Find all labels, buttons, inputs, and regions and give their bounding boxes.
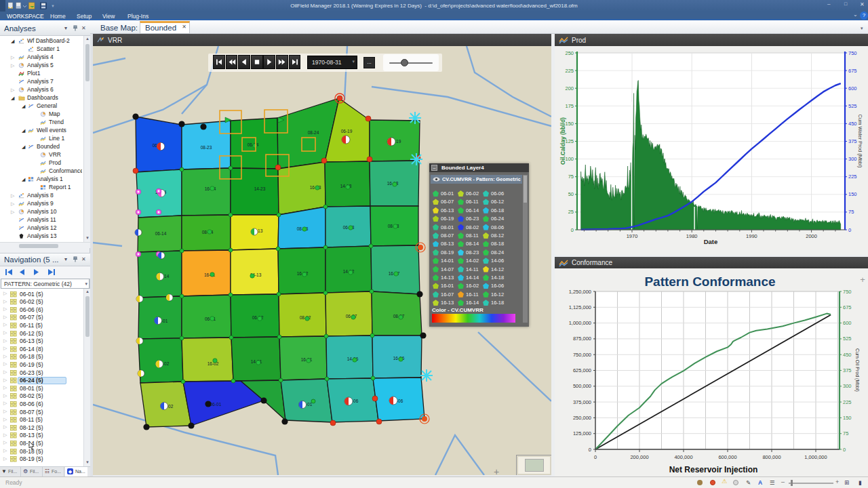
svg-text:200: 200 [565,85,574,92]
svg-text:125,000: 125,000 [573,430,591,436]
svg-text:1970: 1970 [627,233,638,239]
svg-text:675: 675 [848,68,857,74]
svg-text:525: 525 [848,103,857,109]
svg-text:300: 300 [848,156,857,162]
svg-text:450: 450 [848,121,857,127]
svg-text:750,000: 750,000 [573,352,591,358]
svg-text:600,000: 600,000 [718,454,736,460]
svg-text:16-02: 16-02 [208,361,219,366]
svg-text:250: 250 [565,50,574,56]
svg-text:1980: 1980 [686,233,698,239]
svg-text:2000: 2000 [806,233,817,239]
svg-text:400,000: 400,000 [674,454,692,460]
svg-text:Oil.Calday (bbl/d): Oil.Calday (bbl/d) [559,117,566,165]
svg-text:225: 225 [565,68,574,74]
svg-text:500,000: 500,000 [573,383,591,389]
svg-text:0: 0 [843,447,846,453]
svg-text:375: 375 [843,367,852,373]
svg-text:750: 750 [843,289,852,295]
svg-text:1,000,000: 1,000,000 [569,320,591,326]
svg-text:+: + [860,274,865,285]
svg-text:1,000,000: 1,000,000 [804,454,827,460]
svg-text:Cum Oil Prod (Mbbl): Cum Oil Prod (Mbbl) [854,348,860,392]
svg-text:0: 0 [589,447,591,453]
svg-text:50: 50 [568,191,574,197]
svg-text:1,125,000: 1,125,000 [569,304,591,310]
svg-text:675: 675 [843,304,852,310]
svg-text:200,000: 200,000 [630,454,648,460]
svg-text:225: 225 [843,399,852,405]
svg-text:06-01: 06-01 [210,402,222,407]
svg-text:600: 600 [848,85,857,92]
svg-text:75: 75 [843,430,848,436]
svg-text:750: 750 [848,50,857,56]
svg-text:1990: 1990 [746,233,757,239]
svg-text:08-23: 08-23 [201,145,212,150]
svg-text:150: 150 [848,191,857,197]
svg-text:0: 0 [571,227,574,233]
svg-text:06-19: 06-19 [341,129,353,134]
svg-text:375: 375 [848,138,857,144]
svg-text:75: 75 [568,174,574,180]
svg-text:800,000: 800,000 [762,454,781,460]
svg-text:875,000: 875,000 [573,336,591,342]
svg-text:75: 75 [848,209,854,215]
svg-text:125: 125 [565,138,574,144]
svg-text:150: 150 [565,121,574,127]
svg-text:08-24: 08-24 [308,130,319,135]
svg-text:100: 100 [565,156,574,162]
svg-text:Cum Water Prod (Mbbl): Cum Water Prod (Mbbl) [857,115,863,168]
svg-text:175: 175 [565,103,574,109]
svg-text:14-23: 14-23 [254,186,266,191]
svg-text:225: 225 [848,174,857,180]
svg-text:Date: Date [704,238,718,245]
svg-text:1,250,000: 1,250,000 [569,289,591,295]
svg-text:Pattern Conformance: Pattern Conformance [644,274,775,289]
svg-text:Net Reservoir Injection: Net Reservoir Injection [669,465,758,474]
svg-text:525: 525 [843,336,852,342]
svg-text:300: 300 [843,383,852,389]
svg-text:0: 0 [594,454,597,460]
svg-text:150: 150 [843,415,852,421]
svg-text:600: 600 [843,320,852,326]
svg-text:25: 25 [568,209,574,215]
svg-text:375,000: 375,000 [573,399,591,405]
svg-text:250,000: 250,000 [573,415,591,421]
svg-text:0: 0 [848,227,851,233]
svg-text:450: 450 [843,352,852,358]
svg-text:06-14: 06-14 [155,231,167,236]
svg-text:625,000: 625,000 [573,367,591,373]
